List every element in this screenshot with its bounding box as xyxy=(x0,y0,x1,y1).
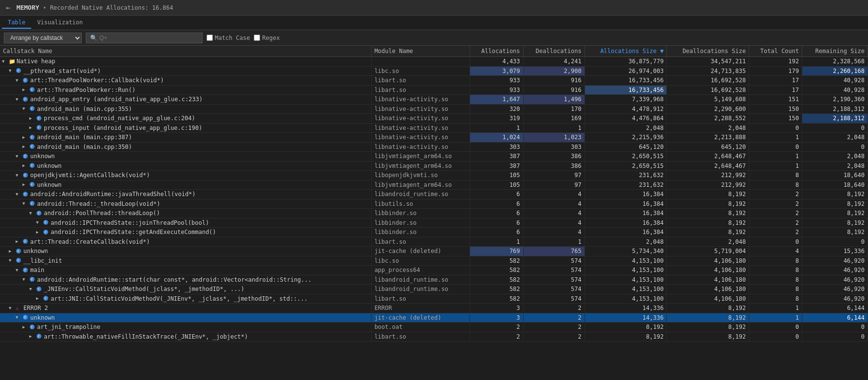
expand-button[interactable]: ▼ xyxy=(2,59,8,65)
expand-button[interactable]: ▶ xyxy=(36,296,42,302)
col-remaining-size[interactable]: Remaining Size xyxy=(802,46,868,57)
callstack-cell: ▶fprocess_input (android_native_app_glue… xyxy=(0,123,371,133)
col-module[interactable]: Module Name xyxy=(371,46,470,57)
alloc-size-cell: 8,192 xyxy=(585,332,667,342)
total-count-cell: 8 xyxy=(749,171,802,181)
expand-button[interactable]: ▼ xyxy=(16,192,21,198)
module-cell: libbinder.so xyxy=(371,218,470,228)
back-button[interactable]: ← xyxy=(4,2,13,13)
table-row[interactable]: ▼fandroid_app_entry (android_native_app_… xyxy=(0,95,868,105)
tab-table[interactable]: Table xyxy=(2,17,31,29)
table-row[interactable]: ▼fandroid_main (main.cpp:355)libnative-a… xyxy=(0,104,868,114)
expand-button[interactable]: ▶ xyxy=(36,230,42,235)
col-callstack[interactable]: Callstack Name xyxy=(0,46,371,57)
remaining-size-cell: 18,640 xyxy=(802,180,868,190)
col-deallocations[interactable]: Deallocations xyxy=(523,46,585,57)
table-row[interactable]: ▶fart::ThreadPoolWorker::Run()libart.so9… xyxy=(0,85,868,95)
expand-button[interactable]: ▶ xyxy=(29,116,35,122)
func-icon: f xyxy=(29,324,36,331)
table-row[interactable]: ▶fprocess_input (android_native_app_glue… xyxy=(0,123,868,133)
expand-button[interactable]: ▶ xyxy=(22,182,28,188)
remaining-size-cell: 2,048 xyxy=(802,161,868,171)
table-row[interactable]: ▼fopenjdkjvmti::AgentCallback(void*)libo… xyxy=(0,171,868,181)
expand-button[interactable]: ▼ xyxy=(22,106,28,112)
table-row[interactable]: ▼fandroid::Thread::_threadLoop(void*)lib… xyxy=(0,199,868,209)
regex-checkbox[interactable] xyxy=(254,35,260,41)
alloc-size-cell: 4,153,100 xyxy=(585,285,667,294)
expand-button[interactable]: ▼ xyxy=(9,306,15,311)
table-row[interactable]: ▶fandroid_main (main.cpp:350)libnative-a… xyxy=(0,142,868,152)
table-row[interactable]: ▼funknownjit-cache (deleted)3214,3368,19… xyxy=(0,313,868,323)
expand-button[interactable]: ▼ xyxy=(36,220,42,226)
expand-button[interactable]: ▶ xyxy=(29,334,35,340)
table-row[interactable]: ▼📁Native heap4,4334,24136,875,77934,547,… xyxy=(0,57,868,67)
expand-button[interactable]: ▼ xyxy=(16,268,21,273)
main-table: Callstack Name Module Name Allocations D… xyxy=(0,46,868,342)
dealloc-size-cell: 34,547,211 xyxy=(667,57,749,67)
table-row[interactable]: ▼fandroid::AndroidRuntime::start(char co… xyxy=(0,275,868,285)
expand-button[interactable]: ▶ xyxy=(22,87,28,93)
table-row[interactable]: ▶fandroid_main (main.cpp:387)libnative-a… xyxy=(0,133,868,143)
col-total-count[interactable]: Total Count xyxy=(749,46,802,57)
table-row[interactable]: ▼f__libc_initlibc.so5825744,153,1004,106… xyxy=(0,256,868,266)
module-cell: libart.so xyxy=(371,332,470,342)
table-row[interactable]: ▼fart::ThreadPoolWorker::Callback(void*)… xyxy=(0,76,868,86)
memory-dropdown-icon[interactable]: ▾ xyxy=(43,5,46,10)
module-cell: libbinder.so xyxy=(371,228,470,237)
expand-button[interactable]: ▶ xyxy=(22,135,28,141)
table-row[interactable]: ▶funknownjit-cache (deleted)7697655,734,… xyxy=(0,247,868,256)
expand-button[interactable]: ▶ xyxy=(22,163,28,169)
expand-button[interactable]: ▶ xyxy=(22,325,28,330)
expand-button[interactable]: ▶ xyxy=(16,239,21,245)
arrange-select[interactable]: Arrange by callstack xyxy=(4,33,82,43)
col-allocations[interactable]: Allocations xyxy=(470,46,523,57)
remaining-size-cell: 40,928 xyxy=(802,76,868,86)
table-row[interactable]: ▶fprocess_cmd (android_native_app_glue.c… xyxy=(0,114,868,124)
expand-button[interactable]: ▼ xyxy=(9,68,15,74)
table-row[interactable]: ▼f_JNIEnv::CallStaticVoidMethod(_jclass*… xyxy=(0,285,868,294)
dealloc-size-cell: 2,213,888 xyxy=(667,133,749,143)
expand-button[interactable]: ▼ xyxy=(22,201,28,207)
table-row[interactable]: ▼funknownlibjvmtiagent_arm64.so3873862,6… xyxy=(0,152,868,162)
table-row[interactable]: ▼fandroid::PoolThread::threadLoop()libbi… xyxy=(0,209,868,218)
expand-button[interactable]: ▼ xyxy=(16,97,21,103)
expand-button[interactable]: ▼ xyxy=(16,154,21,160)
dealloc-size-cell: 2,048 xyxy=(667,123,749,133)
app-title: MEMORY xyxy=(17,4,39,11)
table-row[interactable]: ▶fandroid::IPCThreadState::getAndExecute… xyxy=(0,228,868,237)
expand-button[interactable]: ▶ xyxy=(22,144,28,150)
table-row[interactable]: ▼fmainapp_process645825744,153,1004,106,… xyxy=(0,266,868,275)
module-cell: libart.so xyxy=(371,237,470,247)
expand-button[interactable]: ▼ xyxy=(29,287,35,292)
expand-button[interactable]: ▼ xyxy=(9,258,15,264)
search-input[interactable] xyxy=(99,35,197,41)
expand-button[interactable]: ▶ xyxy=(29,125,35,131)
table-row[interactable]: ▼⚠ERROR 2ERROR3214,3368,19216,144 xyxy=(0,304,868,313)
table-row[interactable]: ▶fart::Throwable_nativeFillInStackTrace(… xyxy=(0,332,868,342)
table-row[interactable]: ▶funknownlibjvmtiagent_arm64.so3873862,6… xyxy=(0,161,868,171)
expand-button[interactable]: ▶ xyxy=(9,249,15,254)
table-row[interactable]: ▶fart_jni_trampolineboot.oat228,1928,192… xyxy=(0,323,868,332)
deallocations-cell: 574 xyxy=(523,294,585,304)
func-icon: f xyxy=(29,276,36,283)
expand-button[interactable]: ▼ xyxy=(16,315,21,321)
col-dealloc-size[interactable]: Deallocations Size xyxy=(667,46,749,57)
match-case-label[interactable]: Match Case xyxy=(207,35,250,41)
expand-button[interactable]: ▼ xyxy=(16,173,21,179)
table-row[interactable]: ▶fart::Thread::CreateCallback(void*)liba… xyxy=(0,237,868,247)
table-row[interactable]: ▼fandroid::IPCThreadState::joinThreadPoo… xyxy=(0,218,868,228)
remaining-size-cell: 8,192 xyxy=(802,199,868,209)
expand-button[interactable]: ▼ xyxy=(22,277,28,283)
table-row[interactable]: ▶funknownlibjvmtiagent_arm64.so10597231,… xyxy=(0,180,868,190)
regex-label[interactable]: Regex xyxy=(254,35,280,41)
table-row[interactable]: ▶fart::JNI::CallStaticVoidMethodV(_JNIEn… xyxy=(0,294,868,304)
table-row[interactable]: ▼fandroid::AndroidRuntime::javaThreadShe… xyxy=(0,190,868,199)
match-case-checkbox[interactable] xyxy=(207,35,213,41)
col-alloc-size[interactable]: Allocations Size ▼ xyxy=(585,46,667,57)
allocations-cell: 769 xyxy=(470,247,523,256)
alloc-size-cell: 8,192 xyxy=(585,323,667,332)
table-row[interactable]: ▼f__pthread_start(void*)libc.so3,0792,90… xyxy=(0,66,868,76)
expand-button[interactable]: ▼ xyxy=(29,211,35,217)
tab-visualization[interactable]: Visualization xyxy=(31,17,89,29)
expand-button[interactable]: ▼ xyxy=(16,78,21,84)
